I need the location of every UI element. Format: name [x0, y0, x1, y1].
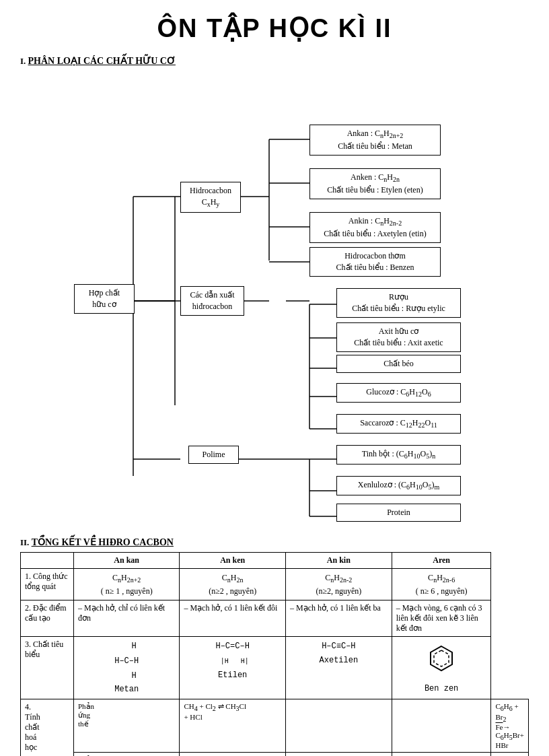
- polime-node: Polime: [188, 446, 239, 464]
- table-row-representative: 3. Chất tiêubiểu H H–C–H H Metan H–C=C–H…: [21, 637, 529, 699]
- row4-aren-the: C6H6 + Br2 Fe→ C6H5Br+ HBr: [491, 699, 529, 753]
- row1-aren: CnH2n-6( n≥ 6 , nguyên): [392, 569, 491, 600]
- col-header-anken: An ken: [180, 553, 286, 569]
- dan-xuat-node: Các dẫn xuấthiđrocacbon: [180, 286, 244, 316]
- classification-tree: Hợp chấthữu cơ HidrocacbonCxHy Các dẫn x…: [20, 72, 529, 530]
- row3-ankan: H H–C–H H Metan: [73, 637, 179, 699]
- section1-title: PHÂN LOẠI CÁC CHẤT HỮU CƠ: [28, 56, 176, 66]
- benzene-ring-svg: [427, 644, 456, 673]
- row4-anken-cong: C2H4 + Br2 →C2H4Br2: [285, 752, 392, 756]
- protein-node: Protein: [336, 504, 461, 522]
- root-node: Hợp chấthữu cơ: [74, 284, 135, 314]
- table-row-formula: 1. Công thứctổng quát CnH2n+2( n≥ 1 , ng…: [21, 569, 529, 600]
- table-row-phan-ung-the: 4.Tínhchấthoáhọc Phảnứngthế CH4 + Cl2 ⇌ …: [21, 699, 529, 753]
- col-header-ankan: An kan: [73, 553, 179, 569]
- row2-ankin: – Mạch hở, có 1 liên kết ba: [285, 600, 392, 637]
- row1-ankin: CnH2n-2(n≥2, nguyên): [285, 569, 392, 600]
- chat-beo-node: Chất béo: [336, 355, 461, 373]
- section2-header: II. TỔNG KẾT VỀ HIĐRO CACBON: [20, 537, 529, 548]
- row4-ankan-cong: [180, 752, 286, 756]
- row2-aren: – Mạch vòng, 6 cạnh có 3 liên kết đôi xe…: [392, 600, 491, 637]
- row2-ankan: – Mạch hở, chỉ có liên kết đơn: [73, 600, 179, 637]
- summary-table: An kan An ken An kin Aren 1. Công thứctổ…: [20, 552, 529, 756]
- tinh-bot-node: Tinh bột : (C6H10O5)n: [336, 445, 461, 465]
- section2-label: II.: [20, 537, 29, 547]
- hidrocacbon-thom-node: Hidrocacbon thơmChất tiêu biểu : Benzen: [309, 247, 441, 277]
- row4-aren-cong: C6H6 + 3Cl2 →as C6H6Cl6: [491, 752, 529, 756]
- svg-marker-30: [434, 650, 449, 666]
- row4-ankan-the: CH4 + Cl2 ⇌ CH3Cl+ HCl: [180, 699, 286, 753]
- col-header-aren: Aren: [392, 553, 491, 569]
- col-header-ankin: An kin: [285, 553, 392, 569]
- saccarozo-node: Saccarozơ : C12H22O11: [336, 414, 461, 434]
- section2-title: TỔNG KẾT VỀ HIĐRO CACBON: [32, 537, 174, 547]
- row2-header: 2. Đặc điểmcấu tạo: [21, 600, 74, 637]
- row1-header: 1. Công thứctổng quát: [21, 569, 74, 600]
- anken-node: Anken : CnH2nChất tiêu biểu : Etylen (et…: [309, 168, 441, 199]
- row2-anken: – Mạch hở, có 1 liên kết đôi: [180, 600, 286, 637]
- xenlulozo-node: Xenlulozơ : (C6H10O5)m: [336, 476, 461, 495]
- col-header-empty: [21, 553, 74, 569]
- axit-node: Axit hữu cơChất tiêu biểu : Axit axetic: [336, 322, 461, 352]
- row3-header: 3. Chất tiêubiểu: [21, 637, 74, 699]
- row4-ankin-cong: C2H2 + 2Br2 → C2H2Br4 (Phản ứng 2 giai đ…: [392, 752, 491, 756]
- page-title: ÔN TẬP HỌC KÌ II: [20, 13, 529, 43]
- row4-ankin-the: [392, 699, 491, 753]
- ruou-node: RượuChất tiêu biểu : Rượu etylic: [336, 288, 461, 318]
- row3-anken: H–C=C–H |H H| Etilen: [180, 637, 286, 699]
- row1-anken: CnH2n(n≥2 , nguyên): [180, 569, 286, 600]
- row4-anken-the: [285, 699, 392, 753]
- row4-main-header: 4.Tínhchấthoáhọc: [21, 699, 74, 756]
- section1-header: I. PHÂN LOẠI CÁC CHẤT HỮU CƠ: [20, 55, 529, 67]
- glucozo-node: Glucozơ : C6H12O6: [336, 383, 461, 403]
- hidrocacbon-node: HidrocacbonCxHy: [180, 182, 241, 213]
- ankin-node: Ankin : CnH2n-2Chất tiêu biểu : Axetylen…: [309, 212, 441, 243]
- ankan-node: Ankan : CnH2n+2Chất tiêu biểu : Metan: [309, 125, 441, 156]
- row4-sub-header-cong: Phảnứngcộng: [73, 752, 179, 756]
- row3-aren: Ben zen: [392, 637, 491, 699]
- table-row-structure: 2. Đặc điểmcấu tạo – Mạch hở, chỉ có liê…: [21, 600, 529, 637]
- row1-ankan: CnH2n+2( n≥ 1 , nguyên): [73, 569, 179, 600]
- row3-ankin: H–C≡C–H Axetilen: [285, 637, 392, 699]
- section1-label: I.: [20, 56, 26, 66]
- table-row-phan-ung-cong: Phảnứngcộng C2H4 + Br2 →C2H4Br2 C2H2 + 2…: [21, 752, 529, 756]
- row4-sub-header-the: Phảnứngthế: [73, 699, 179, 753]
